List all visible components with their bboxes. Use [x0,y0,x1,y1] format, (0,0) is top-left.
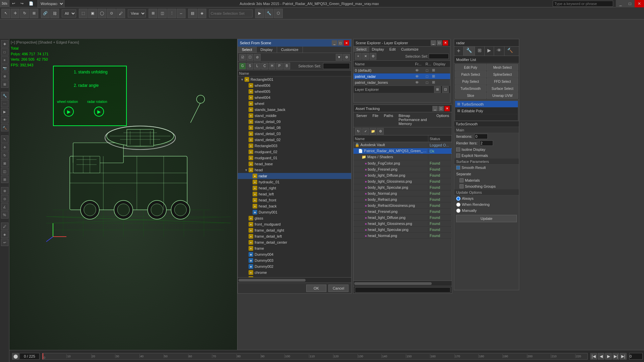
tree-item-rectangle003[interactable]: ● Rectangle003 [238,143,351,149]
tree-item-dummy001[interactable]: ◆ Dummy001 [238,209,351,215]
tree-item-head-back[interactable]: ● head_back [238,203,351,209]
search-input[interactable] [553,1,613,7]
tree-item-frame-detail-right[interactable]: ● frame_detail_right [238,227,351,233]
tree-item-chrome[interactable]: ● chrome [238,269,351,276]
tb-mirror-btn[interactable]: ◫ [158,9,167,18]
ts-when-rendering-radio[interactable] [456,202,461,207]
sfs-shape-icon[interactable]: S [247,63,253,69]
sfs-ok-btn[interactable]: OK [306,285,326,292]
se-view-btn2[interactable]: ⊡ [442,86,449,93]
rp-tab-display[interactable]: 👁 [494,47,504,56]
tb-move-btn[interactable]: ✛ [11,9,19,18]
tb-rectangular-btn[interactable]: ▣ [88,9,97,18]
at-menu-server[interactable]: Server [354,113,370,126]
tb-select-btn[interactable]: ↖ [1,9,10,18]
lt-ribbon-btn[interactable]: ◈ [1,231,8,238]
at-row-body-fresnel[interactable]: ■ body_Fresnel.png Found [354,166,452,172]
at-maximize-btn[interactable]: □ [438,106,444,111]
sfs-hscrollbar[interactable] [238,277,351,283]
lt-select-btn[interactable]: ↖ [1,135,8,143]
sfs-tab-select[interactable]: Select [238,47,257,53]
search-box[interactable] [553,1,613,7]
sfs-tb-select-none[interactable]: ☐ [247,54,253,61]
mod-btn-edit-poly[interactable]: Edit Poly [455,64,486,71]
tree-item-head-front[interactable]: ● head_front [238,197,351,203]
tree-item-front-mudguard[interactable]: ● front_mudguard [238,221,351,227]
lt-space-btn[interactable]: ⊞ [1,80,8,88]
se-tab-customize[interactable]: Customize [398,47,421,52]
at-menu-options[interactable]: Options [434,113,452,126]
mod-btn-patch-select[interactable]: Patch Select [455,71,486,78]
sfs-light-icon[interactable]: L [254,63,261,69]
tb-rotate-btn[interactable]: ↻ [20,9,29,18]
at-row-body-refractgloss[interactable]: ■ body_RefractGlossiness.png Found [354,202,452,208]
tree-item-stands-base-back[interactable]: ● stands_base_back [238,107,351,113]
sfs-tb-invert[interactable]: ⊘ [254,54,261,61]
tree-item-radar[interactable]: ● radar [238,173,351,179]
at-row-body-glossiness[interactable]: ■ body_light_Glossiness.png Found [354,178,452,184]
tb-spacing-btn[interactable]: ↔ [177,9,185,18]
tree-item-hydraulic-01[interactable]: ● hydraulic_01 [238,179,351,185]
mod-btn-unwrap-uvw[interactable]: Unwrap UVW [487,92,518,99]
menu-file[interactable]: 📄 [26,1,36,6]
at-row-body-normal[interactable]: ■ body_Normal.png Found [354,190,452,196]
se-tab-select[interactable]: Select [354,47,369,52]
at-row-patriot[interactable]: 📄 Patriot_Radar_AN_MPQ53_Green_Rigged_m.… [354,148,452,154]
tl-key-btn[interactable]: ⬤ [12,353,19,360]
tb-array-btn[interactable]: ⋮ [167,9,176,18]
tree-item-stand-middle[interactable]: ● stand_middle [238,113,351,119]
at-row-maps[interactable]: 📁 Maps / Shaders [354,154,452,160]
se-tab-display[interactable]: Display [369,47,387,52]
at-menu-paths[interactable]: Paths [381,113,396,126]
maximize-button[interactable]: □ [625,0,635,7]
at-row-vault[interactable]: 🔒 Autodesk Vault Logged O... [354,142,452,148]
tree-item-dummy002[interactable]: ◆ Dummy002 [238,263,351,269]
timeline-playhead[interactable] [43,353,43,359]
se-tb-options[interactable]: ⚙ [370,53,376,60]
ts-render-iters-input[interactable] [480,140,493,146]
layer-row-default[interactable]: 0 (default) 👁 □ ⊞ [354,67,450,73]
lt-scale-btn[interactable]: ⊠ [1,160,8,167]
ts-explicit-checkbox[interactable] [456,154,460,158]
at-tb-options[interactable]: ⚙ [377,128,384,135]
sfs-geo-icon[interactable]: G [239,63,246,69]
ts-always-radio[interactable] [456,196,461,201]
tl-next-frame-btn[interactable]: ▶| [612,353,619,360]
tree-item-wheel005[interactable]: ● wheel005 [238,88,351,95]
filter-dropdown[interactable]: All [62,9,76,17]
tree-item-head-right[interactable]: ● head_right [238,185,351,191]
selection-set-input[interactable] [323,63,350,69]
sfs-cancel-btn[interactable]: Cancel [328,285,348,292]
tree-item-wheel004[interactable]: ● wheel004 [238,95,351,101]
lt-motion-btn[interactable]: ▶ [1,108,8,115]
at-row-body-refract[interactable]: ■ body_Refract.png Found [354,196,452,202]
rp-tab-motion[interactable]: ▶ [485,47,494,56]
at-table-body[interactable]: 🔒 Autodesk Vault Logged O... 📄 Patriot_R… [354,142,452,281]
sfs-space-icon[interactable]: P [276,63,283,69]
tree-item-wheel006[interactable]: ● wheel006 [238,82,351,88]
tree-item-stand-detail-02[interactable]: ● stand_detail_02 [238,137,351,143]
tree-item-head-base[interactable]: ● head_base [238,161,351,167]
at-row-head-specular[interactable]: ■ head_light_Specular.png Found [354,227,452,233]
sfs-minimize-btn[interactable]: _ [332,40,337,46]
tb-render-btn[interactable]: ▶ [255,9,264,18]
rp-tab-hierarchy[interactable]: ⊞ [475,47,485,56]
tree-item-stand-detail-09[interactable]: ● stand_detail_09 [238,119,351,125]
mod-stack-editable-poly[interactable]: ⊠ Editable Poly [455,108,518,114]
rp-tab-create[interactable]: + [454,47,464,56]
mod-btn-poly-select[interactable]: Poly Select [455,78,486,85]
se-minimize-btn[interactable]: _ [431,40,436,46]
tree-item-head[interactable]: ▼ ● head [238,167,351,173]
lt-utility-btn[interactable]: 🔨 [1,124,8,131]
mod-stack-turbosmooth[interactable]: ⊠ TurboSmooth [455,101,518,108]
tree-item-glass[interactable]: ● glass [238,215,351,221]
mod-btn-slice[interactable]: Slice [455,92,486,99]
at-tb-check[interactable]: ✓ [362,128,369,135]
tl-current-frame-input[interactable] [629,353,643,360]
sfs-maximize-btn[interactable]: □ [338,40,343,46]
sfs-bone-icon[interactable]: B [283,63,290,69]
tb-material-btn[interactable]: ⬡ [274,9,283,18]
tree-item-frame-detail-center[interactable]: ● frame_detail_center [238,239,351,245]
sfs-tb-filter[interactable]: ▼ [336,54,342,61]
se-tab-edit[interactable]: Edit [387,47,398,52]
